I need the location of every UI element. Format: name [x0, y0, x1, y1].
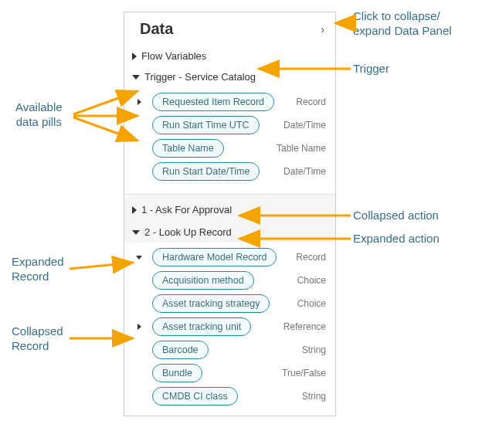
- pill-type: Table Name: [277, 143, 326, 154]
- section-trigger[interactable]: Trigger - Service Catalog: [124, 66, 335, 87]
- data-pill[interactable]: Run Start Date/Time: [152, 162, 260, 181]
- annotation-collapse: Click to collapse/ expand Data Panel: [353, 9, 452, 39]
- annotation-expanded-action: Expanded action: [353, 232, 440, 246]
- data-pill[interactable]: Requested Item Record: [152, 93, 274, 111]
- data-panel: Data › Flow Variables Trigger - Service …: [124, 12, 336, 416]
- data-pill[interactable]: CMDB CI class: [152, 387, 238, 406]
- annotation-collapsed-record: Collapsed Record: [12, 324, 63, 354]
- expand-record-toggle[interactable]: [132, 324, 146, 330]
- expand-record-toggle[interactable]: [132, 256, 146, 260]
- pill-type: Choice: [297, 275, 326, 286]
- data-pill[interactable]: Table Name: [152, 139, 224, 158]
- data-pill[interactable]: Asset tracking strategy: [152, 294, 270, 313]
- data-pill[interactable]: Bundle: [152, 364, 202, 382]
- pill-type: Record: [296, 252, 326, 263]
- pill-row: Run Start Date/Time Date/Time: [124, 160, 335, 183]
- section-label: Trigger - Service Catalog: [144, 71, 256, 83]
- data-pill[interactable]: Hardware Model Record: [152, 248, 277, 266]
- data-pill[interactable]: Barcode: [152, 341, 209, 359]
- pill-row: Bundle True/False: [124, 361, 335, 385]
- chevron-down-icon: [132, 230, 140, 235]
- data-pill[interactable]: Acquisition method: [152, 271, 254, 290]
- annotation-trigger: Trigger: [353, 62, 389, 76]
- chevron-right-icon: [132, 53, 137, 60]
- data-pill[interactable]: Run Start Time UTC: [152, 116, 260, 134]
- section-action-1[interactable]: 1 - Ask For Approval: [124, 195, 335, 220]
- expand-record-toggle[interactable]: [132, 99, 146, 105]
- panel-header: Data ›: [124, 12, 335, 46]
- action2-pill-list: Hardware Model Record Record Acquisition…: [124, 243, 335, 416]
- chevron-right-icon: [132, 206, 137, 214]
- trigger-pill-list: Requested Item Record Record Run Start T…: [124, 87, 335, 191]
- pill-row: Run Start Time UTC Date/Time: [124, 114, 335, 137]
- pill-row: Asset tracking unit Reference: [124, 315, 335, 338]
- annotation-available: Available data pills: [15, 100, 63, 130]
- pill-type: Date/Time: [284, 166, 326, 177]
- section-label: Flow Variables: [141, 50, 206, 62]
- collapse-toggle-icon[interactable]: ›: [318, 22, 328, 37]
- data-pill[interactable]: Asset tracking unit: [152, 317, 251, 336]
- pill-type: String: [302, 391, 326, 402]
- chevron-down-icon: [132, 75, 140, 80]
- pill-row: Table Name Table Name: [124, 137, 335, 160]
- pill-type: Choice: [297, 298, 326, 309]
- pill-type: Record: [296, 97, 326, 107]
- chevron-right-icon: [138, 324, 141, 330]
- pill-row: Hardware Model Record Record: [124, 246, 335, 269]
- section-flow-variables[interactable]: Flow Variables: [124, 46, 335, 66]
- chevron-down-icon: [136, 256, 142, 260]
- pill-row: Requested Item Record Record: [124, 90, 335, 114]
- annotation-collapsed-action: Collapsed action: [353, 209, 439, 223]
- section-label: 1 - Ask For Approval: [141, 204, 232, 216]
- pill-type: String: [302, 344, 326, 355]
- section-label: 2 - Look Up Record: [144, 226, 232, 238]
- pill-row: Asset tracking strategy Choice: [124, 292, 335, 315]
- section-action-2[interactable]: 2 - Look Up Record: [124, 220, 335, 243]
- chevron-right-icon: [138, 99, 141, 105]
- pill-type: Date/Time: [284, 120, 326, 131]
- panel-title: Data: [140, 20, 173, 38]
- pill-row: Acquisition method Choice: [124, 269, 335, 292]
- annotation-expanded-record: Expanded Record: [12, 255, 64, 284]
- pill-type: Reference: [284, 321, 326, 332]
- pill-row: Barcode String: [124, 338, 335, 361]
- pill-type: True/False: [282, 368, 326, 378]
- pill-row: CMDB CI class String: [124, 385, 335, 408]
